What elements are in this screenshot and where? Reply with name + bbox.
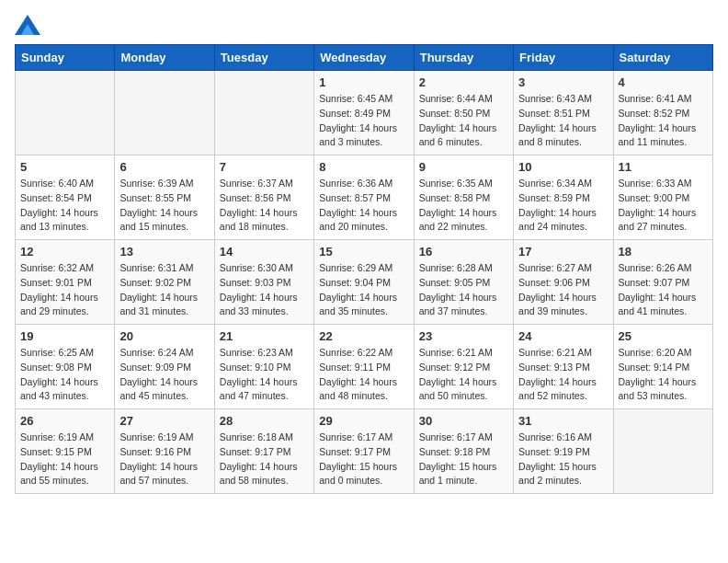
day-info: Sunrise: 6:19 AMSunset: 9:15 PMDaylight:…: [20, 431, 109, 488]
day-number: 5: [20, 160, 109, 174]
logo: [15, 15, 44, 35]
day-info: Sunrise: 6:31 AMSunset: 9:02 PMDaylight:…: [119, 261, 209, 319]
day-number: 4: [619, 75, 708, 89]
calendar-week-3: 12Sunrise: 6:32 AMSunset: 9:01 PMDayligh…: [16, 240, 713, 325]
col-header-tuesday: Tuesday: [214, 45, 313, 71]
calendar-week-4: 19Sunrise: 6:25 AMSunset: 9:08 PMDayligh…: [16, 325, 713, 409]
day-number: 26: [20, 414, 109, 428]
day-number: 30: [419, 414, 508, 428]
calendar-cell: 4Sunrise: 6:41 AMSunset: 8:52 PMDaylight…: [613, 71, 712, 155]
calendar-cell: 24Sunrise: 6:21 AMSunset: 9:13 PMDayligh…: [514, 325, 613, 409]
day-number: 25: [619, 329, 708, 343]
day-info: Sunrise: 6:39 AMSunset: 8:55 PMDaylight:…: [119, 177, 209, 235]
col-header-monday: Monday: [115, 45, 214, 71]
day-number: 27: [119, 414, 209, 428]
day-number: 6: [119, 160, 209, 174]
day-number: 14: [220, 245, 309, 259]
day-info: Sunrise: 6:36 AMSunset: 8:57 PMDaylight:…: [319, 177, 408, 235]
calendar-cell: 23Sunrise: 6:21 AMSunset: 9:12 PMDayligh…: [414, 325, 513, 409]
day-info: Sunrise: 6:22 AMSunset: 9:11 PMDaylight:…: [319, 346, 408, 404]
day-number: 13: [119, 245, 209, 259]
day-number: 11: [619, 160, 708, 174]
day-info: Sunrise: 6:32 AMSunset: 9:01 PMDaylight:…: [20, 261, 109, 319]
calendar-cell: 8Sunrise: 6:36 AMSunset: 8:57 PMDaylight…: [314, 155, 414, 240]
day-number: 29: [319, 414, 408, 428]
calendar-week-5: 26Sunrise: 6:19 AMSunset: 9:15 PMDayligh…: [16, 409, 713, 494]
day-info: Sunrise: 6:16 AMSunset: 9:19 PMDaylight:…: [518, 431, 608, 488]
calendar-cell: 18Sunrise: 6:26 AMSunset: 9:07 PMDayligh…: [613, 240, 712, 325]
day-info: Sunrise: 6:20 AMSunset: 9:14 PMDaylight:…: [619, 346, 708, 404]
day-info: Sunrise: 6:21 AMSunset: 9:12 PMDaylight:…: [419, 346, 508, 404]
col-header-wednesday: Wednesday: [314, 45, 414, 71]
calendar-cell: 13Sunrise: 6:31 AMSunset: 9:02 PMDayligh…: [115, 240, 214, 325]
day-info: Sunrise: 6:29 AMSunset: 9:04 PMDaylight:…: [319, 261, 408, 319]
day-info: Sunrise: 6:35 AMSunset: 8:58 PMDaylight:…: [419, 177, 508, 235]
day-info: Sunrise: 6:17 AMSunset: 9:18 PMDaylight:…: [419, 431, 508, 488]
col-header-saturday: Saturday: [613, 45, 712, 71]
calendar-cell: 21Sunrise: 6:23 AMSunset: 9:10 PMDayligh…: [214, 325, 313, 409]
day-number: 21: [220, 329, 309, 343]
day-number: 12: [20, 245, 109, 259]
calendar-cell: 29Sunrise: 6:17 AMSunset: 9:17 PMDayligh…: [314, 409, 414, 494]
calendar-cell: 16Sunrise: 6:28 AMSunset: 9:05 PMDayligh…: [414, 240, 513, 325]
calendar-cell: 28Sunrise: 6:18 AMSunset: 9:17 PMDayligh…: [214, 409, 313, 494]
calendar-cell: 26Sunrise: 6:19 AMSunset: 9:15 PMDayligh…: [16, 409, 115, 494]
col-header-friday: Friday: [514, 45, 613, 71]
calendar-cell: 22Sunrise: 6:22 AMSunset: 9:11 PMDayligh…: [314, 325, 414, 409]
day-info: Sunrise: 6:26 AMSunset: 9:07 PMDaylight:…: [619, 261, 708, 319]
day-number: 24: [518, 329, 608, 343]
day-info: Sunrise: 6:19 AMSunset: 9:16 PMDaylight:…: [119, 431, 209, 488]
day-number: 15: [319, 245, 408, 259]
calendar-cell: 7Sunrise: 6:37 AMSunset: 8:56 PMDaylight…: [214, 155, 313, 240]
page-header: [15, 15, 713, 35]
calendar-cell: 3Sunrise: 6:43 AMSunset: 8:51 PMDaylight…: [514, 71, 613, 155]
calendar-header: SundayMondayTuesdayWednesdayThursdayFrid…: [16, 45, 713, 71]
calendar-cell: [115, 71, 214, 155]
day-info: Sunrise: 6:28 AMSunset: 9:05 PMDaylight:…: [419, 261, 508, 319]
calendar-cell: 9Sunrise: 6:35 AMSunset: 8:58 PMDaylight…: [414, 155, 513, 240]
calendar-cell: 11Sunrise: 6:33 AMSunset: 9:00 PMDayligh…: [613, 155, 712, 240]
calendar-cell: 15Sunrise: 6:29 AMSunset: 9:04 PMDayligh…: [314, 240, 414, 325]
day-number: 18: [619, 245, 708, 259]
day-number: 3: [518, 75, 608, 89]
day-info: Sunrise: 6:41 AMSunset: 8:52 PMDaylight:…: [619, 92, 708, 150]
day-number: 16: [419, 245, 508, 259]
day-number: 23: [419, 329, 508, 343]
calendar-cell: 5Sunrise: 6:40 AMSunset: 8:54 PMDaylight…: [16, 155, 115, 240]
day-number: 22: [319, 329, 408, 343]
day-number: 20: [119, 329, 209, 343]
day-info: Sunrise: 6:44 AMSunset: 8:50 PMDaylight:…: [419, 92, 508, 150]
day-info: Sunrise: 6:21 AMSunset: 9:13 PMDaylight:…: [518, 346, 608, 404]
calendar-cell: [16, 71, 115, 155]
day-number: 19: [20, 329, 109, 343]
calendar-week-2: 5Sunrise: 6:40 AMSunset: 8:54 PMDaylight…: [16, 155, 713, 240]
calendar-cell: 14Sunrise: 6:30 AMSunset: 9:03 PMDayligh…: [214, 240, 313, 325]
day-info: Sunrise: 6:40 AMSunset: 8:54 PMDaylight:…: [20, 177, 109, 235]
day-info: Sunrise: 6:18 AMSunset: 9:17 PMDaylight:…: [220, 431, 309, 488]
day-number: 10: [518, 160, 608, 174]
calendar-cell: 10Sunrise: 6:34 AMSunset: 8:59 PMDayligh…: [514, 155, 613, 240]
day-info: Sunrise: 6:45 AMSunset: 8:49 PMDaylight:…: [319, 92, 408, 150]
day-info: Sunrise: 6:34 AMSunset: 8:59 PMDaylight:…: [518, 177, 608, 235]
calendar-cell: 17Sunrise: 6:27 AMSunset: 9:06 PMDayligh…: [514, 240, 613, 325]
calendar-cell: [214, 71, 313, 155]
day-number: 28: [220, 414, 309, 428]
calendar-cell: 19Sunrise: 6:25 AMSunset: 9:08 PMDayligh…: [16, 325, 115, 409]
day-info: Sunrise: 6:33 AMSunset: 9:00 PMDaylight:…: [619, 177, 708, 235]
day-info: Sunrise: 6:25 AMSunset: 9:08 PMDaylight:…: [20, 346, 109, 404]
calendar-table: SundayMondayTuesdayWednesdayThursdayFrid…: [15, 44, 713, 494]
day-info: Sunrise: 6:24 AMSunset: 9:09 PMDaylight:…: [119, 346, 209, 404]
calendar-cell: 31Sunrise: 6:16 AMSunset: 9:19 PMDayligh…: [514, 409, 613, 494]
day-info: Sunrise: 6:17 AMSunset: 9:17 PMDaylight:…: [319, 431, 408, 488]
calendar-week-1: 1Sunrise: 6:45 AMSunset: 8:49 PMDaylight…: [16, 71, 713, 155]
day-info: Sunrise: 6:30 AMSunset: 9:03 PMDaylight:…: [220, 261, 309, 319]
day-number: 1: [319, 75, 408, 89]
col-header-sunday: Sunday: [16, 45, 115, 71]
day-info: Sunrise: 6:37 AMSunset: 8:56 PMDaylight:…: [220, 177, 309, 235]
calendar-cell: 1Sunrise: 6:45 AMSunset: 8:49 PMDaylight…: [314, 71, 414, 155]
calendar-cell: 20Sunrise: 6:24 AMSunset: 9:09 PMDayligh…: [115, 325, 214, 409]
calendar-cell: 30Sunrise: 6:17 AMSunset: 9:18 PMDayligh…: [414, 409, 513, 494]
calendar-cell: 27Sunrise: 6:19 AMSunset: 9:16 PMDayligh…: [115, 409, 214, 494]
day-info: Sunrise: 6:43 AMSunset: 8:51 PMDaylight:…: [518, 92, 608, 150]
calendar-cell: [613, 409, 712, 494]
